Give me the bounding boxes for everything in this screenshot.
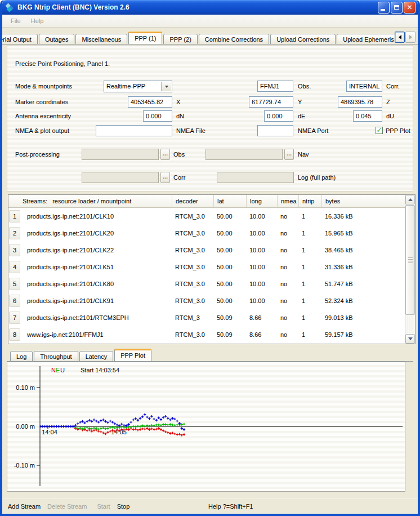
tab-combine-corrections[interactable]: Combine Corrections [199, 34, 269, 45]
table-cell: 1 [298, 275, 321, 292]
tab-ppp-1-[interactable]: PPP (1) [128, 32, 162, 45]
table-cell: 38.465 kB [321, 242, 405, 259]
table-row[interactable]: 5products.igs-ip.net:2101/CLK80RTCM_3.05… [8, 275, 415, 292]
minimize-button[interactable] [378, 2, 390, 14]
table-row[interactable]: 4products.igs-ip.net:2101/CLK51RTCM_3.05… [8, 259, 415, 275]
obs-mountpoint-field[interactable]: FFMJ1 [257, 81, 293, 92]
scroll-down-button[interactable] [405, 334, 415, 344]
streams-table-body: 1products.igs-ip.net:2101/CLK10RTCM_3.05… [8, 208, 415, 343]
table-cell: 50.09 [213, 309, 246, 326]
tab-upload-ephemeris[interactable]: Upload Ephemeris [337, 34, 400, 45]
post-processing-label: Post-processing [15, 151, 60, 158]
tab-upload-corrections[interactable]: Upload Corrections [270, 34, 336, 45]
post-obs-label: Obs [173, 151, 185, 158]
nmea-file-field[interactable] [96, 125, 172, 136]
check-icon: ✓ [376, 127, 382, 134]
tab-scroll-right-icon [409, 35, 412, 39]
tab-scroll-left-button[interactable] [395, 32, 405, 43]
ppp-plot-checkbox[interactable]: ✓ [376, 127, 383, 134]
table-cell: RTCM_3.0 [172, 225, 213, 242]
table-cell: 10.00 [246, 208, 277, 225]
svg-text:0.00 m: 0.00 m [16, 423, 35, 430]
table-row[interactable]: 3products.igs-ip.net:2101/CLK22RTCM_3.05… [8, 242, 415, 259]
table-row[interactable]: 2products.igs-ip.net:2101/CLK20RTCM_3.05… [8, 225, 415, 242]
table-cell: 99.013 kB [321, 309, 405, 326]
table-row[interactable]: 6products.igs-ip.net:2101/CLK91RTCM_3.05… [8, 292, 415, 309]
post-corr-browse-button: ... [160, 172, 170, 183]
antenna-de-field[interactable]: 0.000 [264, 110, 293, 122]
scrollbar-thumb[interactable] [405, 205, 415, 315]
marker-z-field[interactable]: 4869395.78 [338, 96, 382, 108]
tab-miscellaneous[interactable]: Miscellaneous [75, 34, 127, 45]
mode-label: Mode & mountpoints [15, 83, 72, 90]
row-number: 2 [9, 227, 20, 239]
nmea-port-field[interactable] [257, 125, 293, 136]
svg-text:U: U [60, 367, 65, 373]
table-cell: no [277, 326, 298, 343]
row-number: 8 [9, 328, 20, 341]
tab-outages[interactable]: Outages [39, 34, 75, 45]
marker-x-field[interactable]: 4053455.82 [128, 96, 172, 108]
tab-latency[interactable]: Latency [79, 351, 114, 362]
table-row[interactable]: 1products.igs-ip.net:2101/CLK10RTCM_3.05… [8, 208, 415, 225]
table-cell: 52.324 kB [321, 292, 405, 309]
tab-log[interactable]: Log [10, 351, 33, 362]
table-cell: 1 [298, 225, 321, 242]
table-cell: RTCM_3.0 [172, 326, 213, 343]
tab-scroll-left-icon [399, 35, 401, 39]
scroll-up-button[interactable] [405, 195, 415, 204]
table-cell: no [277, 208, 298, 225]
table-cell: products.igs-ip.net:2101/CLK91 [21, 292, 172, 309]
corr-mountpoint-field[interactable]: INTERNAL [346, 81, 382, 92]
window-title: BKG Ntrip Client (BNC) Version 2.6 [17, 3, 377, 11]
table-row[interactable]: 7products.igs-ip.net:2101/RTCM3EPHRTCM_3… [8, 309, 415, 326]
antenna-du-field[interactable]: 0.045 [353, 110, 382, 122]
close-button[interactable]: ✕ [404, 2, 415, 14]
tab-throughput[interactable]: Throughput [34, 351, 78, 362]
table-cell: 10.00 [246, 259, 277, 275]
row-number: 3 [9, 244, 20, 256]
column-header: long [246, 195, 277, 207]
marker-y-field[interactable]: 617729.74 [249, 96, 293, 108]
dn-label: dN [176, 113, 184, 119]
chevron-down-icon[interactable] [161, 82, 171, 91]
table-cell: 10.00 [246, 225, 277, 242]
maximize-button[interactable] [391, 2, 403, 14]
table-cell: 1 [298, 309, 321, 326]
table-cell: no [277, 225, 298, 242]
table-cell: 50.00 [213, 242, 246, 259]
menu-bar: File Help [2, 15, 418, 28]
nmea-port-label: NMEA Port [298, 127, 328, 134]
table-cell: 1 [298, 208, 321, 225]
tab-ppp-plot[interactable]: PPP Plot [114, 349, 151, 362]
start-button: Start [93, 501, 113, 512]
table-cell: no [277, 292, 298, 309]
delete-stream-button: Delete Stream [44, 501, 90, 512]
menu-file[interactable]: File [6, 16, 26, 26]
row-number: 6 [9, 295, 20, 307]
column-header: lat [213, 195, 246, 207]
table-row[interactable]: 8www.igs-ip.net:2101/FFMJ1RTCM_3.050.098… [8, 326, 415, 343]
table-cell: 8.66 [246, 326, 277, 343]
antenna-dn-field[interactable]: 0.000 [143, 110, 172, 122]
tab-ppp-2-[interactable]: PPP (2) [163, 34, 197, 45]
du-label: dU [386, 113, 394, 119]
column-header: bytes [321, 195, 405, 207]
table-scrollbar[interactable] [405, 195, 415, 344]
table-cell: no [277, 275, 298, 292]
close-icon: ✕ [406, 4, 412, 11]
table-cell: 16.336 kB [321, 208, 405, 225]
menu-help[interactable]: Help [26, 16, 49, 26]
add-stream-button[interactable]: Add Stream [5, 501, 44, 512]
mode-combobox[interactable]: Realtime-PPP [104, 81, 172, 92]
column-header: Streams: resource loader / mountpoint [8, 195, 172, 207]
table-cell: no [277, 242, 298, 259]
table-cell: products.igs-ip.net:2101/CLK80 [21, 275, 172, 292]
tab-erial-output[interactable]: erial Output [2, 34, 38, 45]
main-tab-bar-tabs: erial OutputOutagesMiscellaneousPPP (1)P… [2, 32, 401, 44]
table-cell: 1 [298, 242, 321, 259]
stop-button[interactable]: Stop [114, 501, 133, 512]
tab-scroll-right-button[interactable] [405, 32, 415, 43]
table-cell: no [277, 259, 298, 275]
streams-table-header: Streams: resource loader / mountpointdec… [8, 195, 415, 208]
